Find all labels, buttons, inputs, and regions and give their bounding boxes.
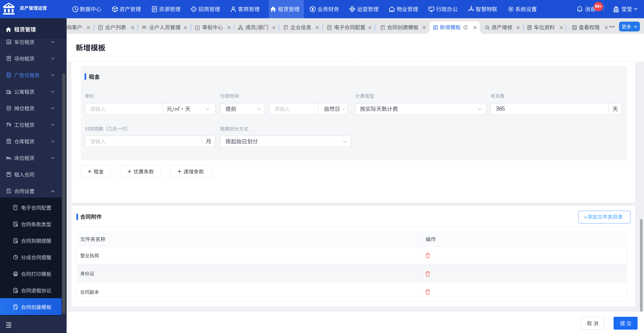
svg-text:AD: AD: [7, 73, 10, 76]
